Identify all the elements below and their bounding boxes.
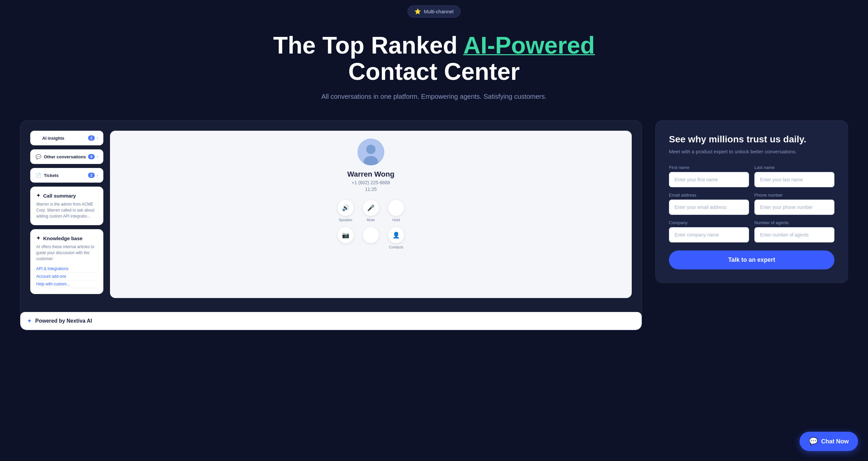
mockup-item-conversations[interactable]: 💬 Other conversations 9 › [30, 149, 103, 164]
ticket-icon: 📄 [36, 173, 41, 178]
last-name-label: Last name [754, 165, 834, 170]
form-group-firstname: First name [669, 165, 749, 187]
agents-input[interactable] [754, 227, 834, 242]
first-name-label: First name [669, 165, 749, 170]
form-heading: See why millions trust us daily. [669, 134, 834, 145]
speaker-icon: 🔊 [338, 200, 353, 216]
form-group-agents: Number of agents [754, 220, 834, 242]
main-content: ✦ AI insights 2 › 💬 Other conversations [20, 120, 848, 350]
chevron-right-icon: › [97, 136, 98, 140]
conversations-label: Other conversations [44, 154, 86, 159]
ai-insights-badge: 2 [88, 135, 95, 141]
knowledge-base-text: AI offers these internal articles to gui… [36, 244, 97, 262]
mute-icon: 🎤 [363, 200, 379, 216]
mockup-item-ai-insights[interactable]: ✦ AI insights 2 › [30, 131, 103, 145]
powered-by-banner: ✦ Powered by Nextiva AI [20, 312, 642, 330]
mockup-item-tickets[interactable]: 📄 Tickets 2 › [30, 168, 103, 182]
chat-bubble-icon: 💬 [809, 437, 818, 446]
sparkle-icon-2: ✦ [36, 193, 40, 199]
submit-button[interactable]: Talk to an expert [669, 251, 834, 269]
call-controls-row2: 📷 ⠿ 👤 Contacts [118, 227, 624, 249]
ai-insights-label: AI insights [42, 136, 64, 141]
keypad-icon: ⠿ [363, 227, 379, 243]
hero-section: The Top Ranked AI-Powered Contact Center… [20, 26, 848, 120]
chat-now-label: Chat Now [821, 438, 849, 445]
mockup-sidebar: ✦ AI insights 2 › 💬 Other conversations [30, 131, 103, 298]
email-input[interactable] [669, 200, 749, 215]
form-group-phone: Phone number [754, 193, 834, 215]
video-control[interactable]: 📷 [338, 227, 353, 249]
email-label: Email address [669, 193, 749, 198]
mute-label: Mute [367, 218, 375, 222]
hero-title-part1: The Top Ranked [273, 32, 463, 59]
badge-label: Multi-channel [424, 9, 453, 14]
hero-title-accent: AI-Powered [463, 32, 595, 59]
form-group-company: Company [669, 220, 749, 242]
hero-subtitle: All conversations in one platform. Empow… [20, 93, 848, 100]
knowledge-base-list: API & Integrations Account add-ons Help … [36, 265, 97, 288]
hero-title: The Top Ranked AI-Powered Contact Center [20, 32, 848, 85]
contacts-icon: 👤 [388, 227, 404, 243]
caller-phone: +1 (602) 225-8888 [118, 180, 624, 185]
nextiva-icon: ✦ [27, 317, 32, 325]
hold-icon: ⏸ [388, 200, 404, 216]
contacts-label: Contacts [389, 245, 403, 249]
caller-name: Warren Wong [118, 170, 624, 179]
call-panel: Warren Wong +1 (602) 225-8888 11:25 🔊 Sp… [110, 131, 632, 298]
form-row-company: Company Number of agents [669, 220, 834, 242]
caller-avatar [358, 139, 384, 165]
tickets-label: Tickets [44, 173, 59, 178]
knowledge-base-card: ✦ Knowledge base AI offers these interna… [30, 229, 103, 294]
call-summary-card: ✦ Call summary Warren is the admin from … [30, 186, 103, 225]
hold-control[interactable]: ⏸ Hold [388, 200, 404, 222]
speaker-label: Speaker [339, 218, 352, 222]
form-group-lastname: Last name [754, 165, 834, 187]
call-controls-row1: 🔊 Speaker 🎤 Mute ⏸ Hold [118, 200, 624, 222]
form-panel: See why millions trust us daily. Meet wi… [655, 120, 848, 283]
chat-now-button[interactable]: 💬 Chat Now [800, 432, 858, 451]
tickets-badge: 2 [88, 173, 95, 178]
form-row-name: First name Last name [669, 165, 834, 187]
keypad-control[interactable]: ⠿ [363, 227, 379, 249]
hero-title-part2: Contact Center [348, 58, 520, 85]
phone-label: Phone number [754, 193, 834, 198]
first-name-input[interactable] [669, 172, 749, 187]
mute-control[interactable]: 🎤 Mute [363, 200, 379, 222]
star-icon: ⭐ [414, 8, 421, 15]
contacts-control[interactable]: 👤 Contacts [388, 227, 404, 249]
svg-point-1 [366, 145, 375, 154]
mockup-panel: ✦ AI insights 2 › 💬 Other conversations [20, 120, 642, 330]
conversations-badge: 9 [88, 154, 95, 159]
top-badge-container: ⭐ Multi-channel [20, 0, 848, 26]
sparkle-icon-3: ✦ [36, 235, 40, 241]
form-row-contact: Email address Phone number [669, 193, 834, 215]
form-subheading: Meet with a product expert to unlock bet… [669, 148, 834, 156]
phone-input[interactable] [754, 200, 834, 215]
video-icon: 📷 [338, 227, 353, 243]
sparkle-icon: ✦ [36, 135, 39, 141]
form-group-email: Email address [669, 193, 749, 215]
company-label: Company [669, 220, 749, 225]
contact-form: First name Last name Email address [669, 165, 834, 269]
call-summary-title: ✦ Call summary [36, 193, 97, 199]
last-name-input[interactable] [754, 172, 834, 187]
call-summary-text: Warren is the admin from ACME Corp. Warr… [36, 201, 97, 219]
agents-label: Number of agents [754, 220, 834, 225]
speaker-control[interactable]: 🔊 Speaker [338, 200, 353, 222]
chat-icon: 💬 [36, 154, 41, 159]
company-input[interactable] [669, 227, 749, 242]
kb-item-3[interactable]: Help with custom... [36, 280, 97, 288]
chevron-right-icon-2: › [97, 154, 98, 159]
kb-item-1[interactable]: API & Integrations [36, 265, 97, 273]
kb-item-2[interactable]: Account add-ons [36, 273, 97, 280]
hold-label: Hold [393, 218, 400, 222]
multi-channel-badge: ⭐ Multi-channel [407, 5, 460, 18]
chevron-right-icon-3: › [97, 173, 98, 178]
caller-time: 11:25 [118, 186, 624, 192]
knowledge-base-title: ✦ Knowledge base [36, 235, 97, 241]
powered-by-text: Powered by Nextiva AI [35, 318, 92, 324]
